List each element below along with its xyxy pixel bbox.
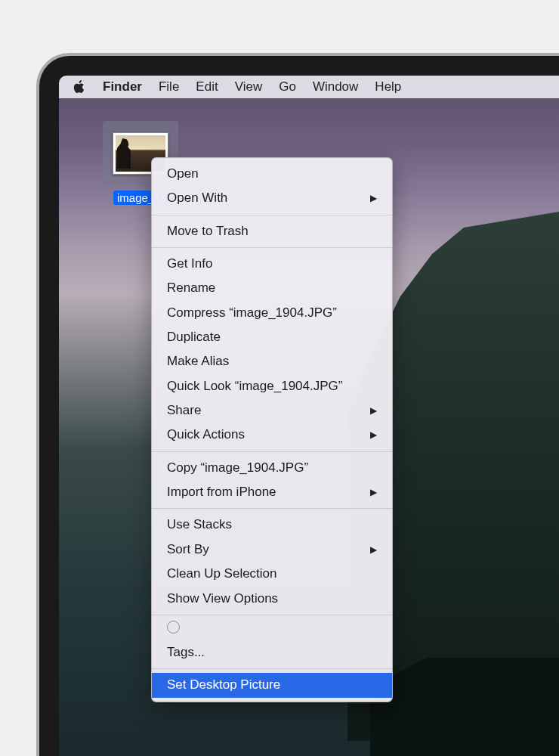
ctx-label: Quick Look “image_1904.JPG” — [167, 376, 342, 396]
submenu-arrow-icon: ▶ — [370, 191, 377, 206]
submenu-arrow-icon: ▶ — [370, 428, 377, 442]
ctx-import-iphone[interactable]: Import from iPhone ▶ — [152, 480, 392, 504]
ctx-label: Open — [167, 164, 199, 184]
apple-logo-icon[interactable] — [73, 80, 86, 94]
wallpaper-shoreline — [370, 658, 559, 756]
ctx-quick-look[interactable]: Quick Look “image_1904.JPG” — [152, 374, 392, 398]
submenu-arrow-icon: ▶ — [370, 543, 377, 557]
ctx-rename[interactable]: Rename — [152, 276, 392, 300]
ctx-duplicate[interactable]: Duplicate — [152, 325, 392, 349]
ctx-open[interactable]: Open — [152, 162, 392, 186]
ctx-share[interactable]: Share ▶ — [152, 398, 392, 423]
ctx-separator — [152, 247, 392, 248]
ctx-label: Compress “image_1904.JPG” — [167, 303, 337, 323]
menubar-file[interactable]: File — [159, 79, 179, 94]
desktop-screen[interactable]: Finder File Edit View Go Window Help ima… — [59, 76, 559, 756]
ctx-separator — [152, 215, 392, 215]
laptop-bezel: Finder File Edit View Go Window Help ima… — [39, 56, 559, 756]
ctx-make-alias[interactable]: Make Alias — [152, 349, 392, 373]
laptop-frame: Finder File Edit View Go Window Help ima… — [36, 53, 559, 756]
thumbnail-silhouette — [117, 138, 131, 169]
ctx-tag-colors[interactable] — [152, 619, 392, 640]
menubar-window[interactable]: Window — [313, 79, 358, 94]
submenu-arrow-icon: ▶ — [370, 404, 377, 418]
ctx-label: Import from iPhone — [167, 482, 276, 502]
submenu-arrow-icon: ▶ — [370, 485, 377, 500]
ctx-separator — [152, 615, 392, 615]
menu-bar: Finder File Edit View Go Window Help — [59, 76, 559, 98]
ctx-label: Show View Options — [167, 589, 278, 609]
ctx-label: Share — [167, 401, 201, 420]
menubar-go[interactable]: Go — [279, 79, 296, 94]
ctx-separator — [152, 451, 392, 452]
ctx-separator — [152, 508, 392, 509]
ctx-compress[interactable]: Compress “image_1904.JPG” — [152, 301, 392, 325]
ctx-show-view-options[interactable]: Show View Options — [152, 587, 392, 611]
ctx-label: Duplicate — [167, 327, 221, 347]
ctx-set-desktop-picture[interactable]: Set Desktop Picture — [152, 673, 392, 697]
tag-circle-icon[interactable] — [167, 621, 180, 634]
ctx-sort-by[interactable]: Sort By ▶ — [152, 538, 392, 562]
context-menu: Open Open With ▶ Move to Trash Get Info … — [151, 157, 393, 702]
menubar-app-name[interactable]: Finder — [103, 79, 142, 94]
ctx-tags[interactable]: Tags... — [152, 640, 392, 665]
ctx-label: Make Alias — [167, 352, 229, 371]
ctx-label: Open With — [167, 188, 227, 208]
ctx-label: Clean Up Selection — [167, 564, 277, 584]
ctx-quick-actions[interactable]: Quick Actions ▶ — [152, 423, 392, 447]
ctx-separator — [152, 668, 392, 669]
menubar-edit[interactable]: Edit — [196, 79, 218, 94]
ctx-clean-up[interactable]: Clean Up Selection — [152, 562, 392, 586]
ctx-label: Rename — [167, 278, 215, 298]
ctx-label: Move to Trash — [167, 222, 249, 241]
ctx-label: Sort By — [167, 540, 209, 559]
ctx-use-stacks[interactable]: Use Stacks — [152, 513, 392, 537]
ctx-copy[interactable]: Copy “image_1904.JPG” — [152, 456, 392, 480]
ctx-label: Get Info — [167, 254, 212, 274]
ctx-get-info[interactable]: Get Info — [152, 252, 392, 276]
menubar-help[interactable]: Help — [375, 79, 401, 94]
ctx-open-with[interactable]: Open With ▶ — [152, 186, 392, 210]
ctx-move-to-trash[interactable]: Move to Trash — [152, 219, 392, 243]
menubar-view[interactable]: View — [235, 79, 263, 94]
ctx-label: Use Stacks — [167, 515, 232, 534]
ctx-label: Copy “image_1904.JPG” — [167, 458, 308, 478]
ctx-label: Quick Actions — [167, 425, 245, 445]
ctx-label: Tags... — [167, 643, 205, 662]
ctx-label: Set Desktop Picture — [167, 675, 280, 695]
